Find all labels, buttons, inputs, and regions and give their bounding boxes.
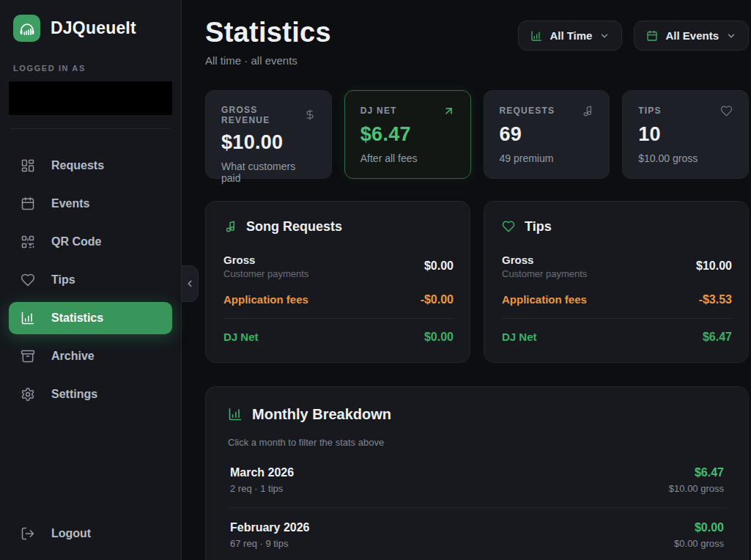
sidebar-item-archive[interactable]: Archive bbox=[9, 340, 172, 372]
stat-card-gross-revenue: GROSS REVENUE $10.00 What customers paid bbox=[205, 90, 332, 179]
row-label: Application fees bbox=[502, 293, 587, 306]
sidebar-item-label: Archive bbox=[51, 350, 95, 363]
arrow-up-right-icon bbox=[443, 105, 455, 117]
row-label: Gross bbox=[502, 254, 587, 266]
heart-icon bbox=[720, 105, 733, 117]
monthly-subtitle: Click a month to filter the stats above bbox=[228, 437, 726, 448]
breakdown-panels: Song Requests Gross Customer payments $0… bbox=[205, 201, 749, 363]
gross-row: Gross Customer payments $10.00 bbox=[502, 254, 732, 279]
month-gross-value: $0.00 gross bbox=[674, 538, 724, 549]
qr-code-icon bbox=[21, 235, 35, 249]
row-label: DJ Net bbox=[502, 331, 537, 343]
month-net-value: $0.00 bbox=[674, 521, 724, 534]
stat-subtitle: After all fees bbox=[360, 152, 455, 164]
sidebar-item-requests[interactable]: Requests bbox=[9, 150, 172, 182]
heart-icon bbox=[502, 220, 515, 233]
stat-value: $10.00 bbox=[221, 131, 316, 154]
month-meta: 2 req · 1 tips bbox=[230, 483, 294, 494]
heart-icon bbox=[21, 273, 35, 287]
application-fees-row: Application fees -$0.00 bbox=[223, 293, 454, 306]
divider bbox=[10, 128, 171, 129]
sidebar-item-label: Statistics bbox=[51, 312, 103, 325]
music-note-icon bbox=[581, 105, 593, 117]
row-value: -$3.53 bbox=[699, 293, 732, 306]
row-subtitle: Customer payments bbox=[502, 268, 587, 279]
stat-subtitle: What customers paid bbox=[221, 161, 316, 184]
row-label: Gross bbox=[223, 254, 308, 266]
brand-name: DJQueueIt bbox=[51, 18, 136, 38]
sidebar-item-label: QR Code bbox=[51, 235, 101, 248]
brand: DJQueueIt bbox=[9, 15, 172, 42]
stat-value: $6.47 bbox=[360, 123, 455, 146]
divider bbox=[223, 318, 454, 319]
month-gross-value: $10.00 gross bbox=[669, 483, 724, 494]
row-label: Application fees bbox=[223, 293, 308, 306]
stat-card-dj-net: DJ NET $6.47 After all fees bbox=[344, 90, 471, 179]
archive-icon bbox=[21, 349, 35, 364]
gross-row: Gross Customer payments $0.00 bbox=[223, 254, 454, 279]
bar-chart-icon bbox=[228, 407, 243, 421]
stat-label: TIPS bbox=[638, 106, 661, 116]
sidebar-collapse-button[interactable] bbox=[182, 265, 199, 302]
logout-label: Logout bbox=[51, 527, 91, 540]
divider bbox=[502, 318, 732, 319]
sidebar-item-tips[interactable]: Tips bbox=[9, 264, 172, 296]
logout-icon bbox=[21, 526, 35, 541]
logout-button[interactable]: Logout bbox=[9, 526, 172, 541]
dollar-icon bbox=[304, 108, 316, 121]
song-requests-panel: Song Requests Gross Customer payments $0… bbox=[205, 201, 470, 363]
chevron-left-icon bbox=[185, 279, 195, 289]
calendar-icon bbox=[646, 30, 658, 42]
sidebar-item-settings[interactable]: Settings bbox=[9, 378, 172, 410]
bar-chart-icon bbox=[21, 311, 35, 325]
stat-subtitle: 49 premium bbox=[500, 152, 594, 164]
sidebar-item-qr-code[interactable]: QR Code bbox=[9, 226, 172, 258]
sidebar-item-events[interactable]: Events bbox=[9, 188, 172, 220]
stat-value: 69 bbox=[500, 123, 594, 146]
row-value: $0.00 bbox=[424, 331, 454, 344]
dashboard-icon bbox=[21, 158, 35, 173]
chevron-down-icon bbox=[599, 31, 610, 41]
gear-icon bbox=[21, 387, 35, 402]
event-filter-value: All Events bbox=[665, 29, 719, 42]
page-title: Statistics bbox=[205, 18, 331, 48]
dj-net-row: DJ Net $0.00 bbox=[223, 331, 454, 344]
user-name-redacted bbox=[9, 81, 172, 115]
row-value: $0.00 bbox=[424, 259, 454, 273]
row-value: -$0.00 bbox=[421, 293, 454, 306]
monthly-breakdown-panel: Monthly Breakdown Click a month to filte… bbox=[205, 386, 749, 560]
bar-chart-icon bbox=[530, 30, 542, 42]
sidebar-item-label: Events bbox=[51, 197, 89, 210]
month-row-march-2026[interactable]: March 2026 2 req · 1 tips $6.47 $10.00 g… bbox=[228, 460, 726, 501]
sidebar-item-label: Settings bbox=[51, 388, 97, 401]
sidebar-item-statistics[interactable]: Statistics bbox=[9, 302, 172, 334]
sidebar: DJQueueIt LOGGED IN AS Requests Events Q… bbox=[0, 0, 182, 560]
month-name: February 2026 bbox=[230, 521, 310, 534]
app-logo-icon bbox=[13, 15, 40, 42]
event-filter-dropdown[interactable]: All Events bbox=[634, 21, 749, 51]
page-header: Statistics All time · all events All Tim… bbox=[205, 18, 749, 67]
month-list: March 2026 2 req · 1 tips $6.47 $10.00 g… bbox=[228, 460, 726, 560]
stat-cards: GROSS REVENUE $10.00 What customers paid… bbox=[205, 90, 749, 179]
calendar-icon bbox=[21, 196, 35, 211]
time-filter-value: All Time bbox=[550, 29, 592, 42]
main-content: Statistics All time · all events All Tim… bbox=[182, 0, 751, 560]
logged-in-as-label: LOGGED IN AS bbox=[13, 64, 168, 73]
stat-label: GROSS REVENUE bbox=[221, 105, 304, 125]
stat-label: DJ NET bbox=[360, 106, 397, 116]
month-net-value: $6.47 bbox=[669, 466, 724, 479]
month-row-february-2026[interactable]: February 2026 67 req · 9 tips $0.00 $0.0… bbox=[228, 515, 726, 556]
stat-card-requests: REQUESTS 69 49 premium bbox=[484, 90, 610, 179]
sidebar-item-label: Requests bbox=[51, 159, 104, 172]
application-fees-row: Application fees -$3.53 bbox=[502, 293, 732, 306]
chevron-down-icon bbox=[726, 31, 736, 41]
divider bbox=[228, 507, 726, 508]
stat-subtitle: $10.00 gross bbox=[638, 152, 733, 164]
row-label: DJ Net bbox=[223, 331, 259, 343]
sidebar-nav: Requests Events QR Code Tips Statis bbox=[9, 150, 172, 416]
row-value: $6.47 bbox=[703, 331, 732, 344]
dj-net-row: DJ Net $6.47 bbox=[502, 331, 732, 344]
stat-label: REQUESTS bbox=[500, 106, 555, 116]
time-filter-dropdown[interactable]: All Time bbox=[518, 21, 622, 51]
panel-title: Song Requests bbox=[246, 219, 342, 235]
